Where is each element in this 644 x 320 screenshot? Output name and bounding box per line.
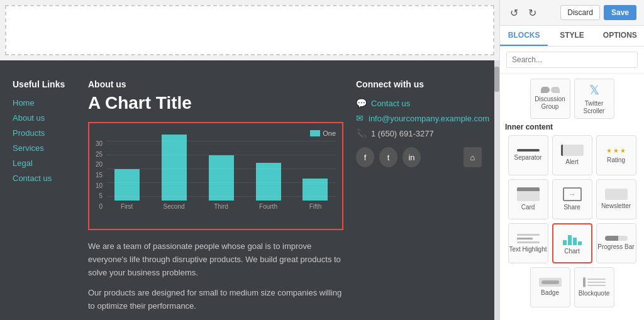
- home-button[interactable]: ⌂: [464, 147, 482, 167]
- about-section-label: About us: [88, 79, 343, 89]
- right-panel: ↺ ↻ Discard Save BLOCKS STYLE OPTIONS Di…: [499, 0, 644, 320]
- block-alert[interactable]: Alert: [552, 135, 592, 175]
- email-icon: ✉: [356, 113, 364, 123]
- twitter-icon: 𝕏: [589, 82, 599, 97]
- about-text-2: Our products are designed for small to m…: [88, 287, 343, 313]
- row-badge-blockquote: Badge Blockquote: [505, 267, 639, 307]
- panel-header-actions: ↺ ↻: [508, 6, 539, 20]
- block-twitter-scroller[interactable]: 𝕏 Twitter Scroller: [574, 79, 614, 119]
- bar-group: Fourth: [248, 163, 289, 210]
- about-text-1: We are a team of passionate people whose…: [88, 240, 343, 279]
- share-label: Share: [564, 204, 580, 211]
- chart-container[interactable]: One 30 25 20 15 10 5 0: [88, 122, 343, 230]
- tab-style[interactable]: STYLE: [548, 26, 596, 46]
- panel-header: ↺ ↻ Discard Save: [500, 0, 644, 26]
- panel-save-actions: Discard Save: [560, 5, 636, 20]
- bubble2-icon: [551, 87, 560, 93]
- legend-label: One: [323, 130, 336, 137]
- badge-icon: [539, 278, 562, 287]
- bar-third: [209, 155, 234, 201]
- chart-body: 30 25 20 15 10 5 0 First: [96, 141, 336, 223]
- tab-options[interactable]: OPTIONS: [596, 26, 644, 46]
- rating-icon: ★ ★ ★: [606, 147, 626, 154]
- contact-item-phone: 📞 1 (650) 691-3277: [356, 128, 482, 138]
- save-button[interactable]: Save: [604, 5, 636, 20]
- tab-blocks[interactable]: BLOCKS: [500, 26, 548, 46]
- useful-links-column: Useful Links Home About us Products Serv…: [13, 79, 75, 307]
- block-card[interactable]: Card: [508, 179, 548, 219]
- share-icon: [563, 187, 582, 201]
- newsletter-icon: [605, 189, 628, 200]
- undo-button[interactable]: ↺: [508, 6, 521, 20]
- row-separator-alert-rating: Separator Alert ★ ★ ★ Rating: [505, 135, 639, 175]
- block-chart[interactable]: Chart: [552, 223, 592, 263]
- block-blockquote[interactable]: Blockquote: [574, 267, 614, 307]
- rating-label: Rating: [607, 157, 625, 164]
- phone-icon: 📞: [356, 128, 366, 138]
- list-item: Contact us: [13, 172, 75, 184]
- bar-fifth: [303, 179, 328, 201]
- block-rating[interactable]: ★ ★ ★ Rating: [596, 135, 636, 175]
- separator-label: Separator: [514, 154, 542, 162]
- search-input[interactable]: [506, 52, 638, 68]
- blockquote-icon: [583, 277, 606, 287]
- email-link[interactable]: info@yourcompany.example.com: [369, 114, 489, 123]
- legend-color: [310, 130, 320, 136]
- inner-content-label: Inner content: [505, 123, 639, 131]
- discard-button[interactable]: Discard: [560, 5, 600, 20]
- link-home[interactable]: Home: [13, 98, 35, 108]
- progress-bar-icon: [605, 236, 628, 241]
- bar-fourth: [256, 163, 281, 201]
- contact-us-link[interactable]: Contact us: [371, 99, 410, 108]
- link-legal[interactable]: Legal: [13, 158, 33, 168]
- redo-button[interactable]: ↻: [526, 6, 539, 20]
- row-card-share-newsletter: Card Share Newsletter: [505, 179, 639, 219]
- bar-group: Fifth: [295, 179, 336, 210]
- top-blocks-row: Discussion Group 𝕏 Twitter Scroller: [505, 79, 639, 119]
- chat-icon: 💬: [356, 98, 366, 108]
- header-strip: [5, 5, 494, 55]
- block-newsletter[interactable]: Newsletter: [596, 179, 636, 219]
- panel-tabs: BLOCKS STYLE OPTIONS: [500, 26, 644, 47]
- twitter-button[interactable]: t: [379, 147, 397, 167]
- badge-label: Badge: [541, 289, 559, 297]
- social-icons: f t in ⌂: [356, 147, 482, 167]
- useful-links-list: Home About us Products Services Legal Co…: [13, 97, 75, 184]
- block-badge[interactable]: Badge: [530, 267, 570, 307]
- newsletter-label: Newsletter: [601, 202, 631, 210]
- alert-icon: [561, 145, 584, 156]
- list-item: Home: [13, 97, 75, 108]
- link-services[interactable]: Services: [13, 143, 44, 153]
- block-discussion-group[interactable]: Discussion Group: [530, 79, 570, 119]
- chart-block-label: Chart: [564, 248, 579, 255]
- block-share[interactable]: Share: [552, 179, 592, 219]
- list-item: About us: [13, 112, 75, 123]
- chart-title: A Chart Title: [88, 93, 343, 113]
- useful-links-title: Useful Links: [13, 79, 75, 89]
- link-products[interactable]: Products: [13, 128, 45, 138]
- block-separator[interactable]: Separator: [508, 135, 548, 175]
- text-highlight-label: Text Highlight: [509, 246, 547, 253]
- row-texthighlight-chart-progress: Text Highlight Chart Progress Bar: [505, 223, 639, 263]
- bar-group: Third: [201, 155, 242, 210]
- chart-legend-item: One: [310, 130, 336, 137]
- separator-icon: [517, 149, 540, 152]
- blockquote-label: Blockquote: [579, 290, 609, 297]
- linkedin-button[interactable]: in: [402, 147, 421, 167]
- discussion-group-label: Discussion Group: [531, 96, 570, 111]
- page-content: Useful Links Home About us Products Serv…: [0, 60, 494, 320]
- editor-area: Useful Links Home About us Products Serv…: [0, 0, 499, 320]
- scrollbar-thumb[interactable]: [494, 67, 499, 92]
- chart-y-axis: 30 25 20 15 10 5 0: [96, 141, 106, 223]
- block-progress-bar[interactable]: Progress Bar: [596, 223, 636, 263]
- connect-column: Connect with us 💬 Contact us ✉ info@your…: [356, 79, 482, 307]
- facebook-button[interactable]: f: [356, 147, 374, 167]
- block-text-highlight[interactable]: Text Highlight: [508, 223, 548, 263]
- bar-second: [162, 135, 187, 201]
- chart-legend: One: [96, 130, 336, 137]
- list-item: Legal: [13, 157, 75, 168]
- scrollbar[interactable]: [494, 60, 499, 320]
- link-contact[interactable]: Contact us: [13, 174, 52, 183]
- link-about[interactable]: About us: [13, 113, 45, 123]
- about-column: About us A Chart Title One 30 25: [88, 79, 343, 307]
